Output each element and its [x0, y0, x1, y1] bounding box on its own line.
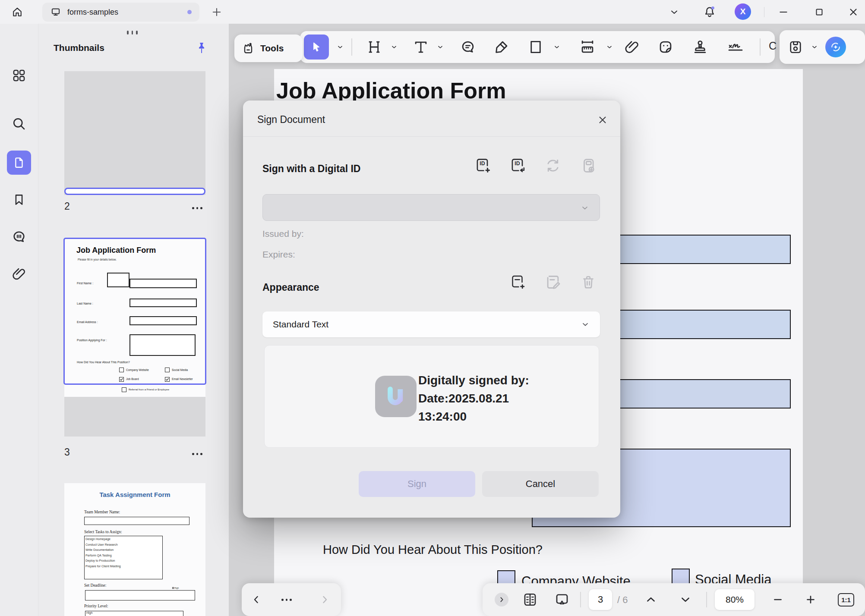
page2-menu-button[interactable]: [192, 207, 202, 209]
refresh-icon: [545, 157, 561, 174]
thumb4-task-item: Deploy to Producction: [85, 558, 161, 564]
page-layout-button[interactable]: [521, 590, 540, 609]
thumbnail-page-4[interactable]: Task Assignment Form Team Member Name: S…: [64, 483, 205, 616]
delete-appearance-button[interactable]: [578, 272, 598, 292]
thumb4-task-item: Perform QA Testing: [85, 553, 161, 559]
stamp-tool-button[interactable]: [690, 38, 710, 57]
measure-tool-dropdown[interactable]: [603, 41, 616, 53]
appearance-select[interactable]: Standard Text: [262, 311, 600, 337]
select-tool-button[interactable]: [304, 35, 329, 60]
chevron-down-icon: [606, 44, 613, 50]
back-button[interactable]: [248, 591, 265, 608]
highlighter-tool-button[interactable]: [491, 38, 512, 57]
heading-tool-button[interactable]: [364, 38, 385, 57]
sidebar-item-thumbnails[interactable]: [7, 151, 31, 175]
app-window: forms-samples X: [0, 0, 865, 616]
sidebar-item-apps[interactable]: [7, 63, 31, 88]
sign-document-dialog: Sign Document Sign with a Digital ID ID …: [243, 101, 620, 518]
chevron-down-icon: [553, 44, 560, 50]
thumb4-tasks-listbox: Design Homepage Conduct User Research Wr…: [84, 536, 163, 579]
presentation-icon: [554, 592, 570, 607]
chevron-up-icon: [645, 594, 657, 605]
text-tool-button[interactable]: [410, 38, 431, 57]
import-digital-id-button[interactable]: ID: [508, 156, 528, 176]
thumb4-task-item: Prepare for Client Meeting: [85, 564, 161, 569]
cancel-button[interactable]: Cancel: [482, 471, 599, 497]
sign-button[interactable]: Sign: [359, 471, 475, 497]
page3-menu-button[interactable]: [192, 453, 202, 455]
ai-assistant-button[interactable]: [825, 37, 846, 57]
save-dropdown[interactable]: [809, 41, 820, 53]
shape-tool-dropdown[interactable]: [550, 41, 563, 53]
actual-size-button[interactable]: 1:1: [835, 590, 857, 609]
measure-tool-button[interactable]: [577, 38, 598, 57]
create-appearance-button[interactable]: [508, 272, 528, 292]
new-tab-button[interactable]: [207, 4, 226, 20]
thumb3-subtitle: Please fill in your details below.: [78, 258, 117, 261]
export-id-button[interactable]: [578, 156, 598, 176]
zoom-out-button[interactable]: [768, 590, 787, 609]
page-number-input[interactable]: 3: [589, 589, 612, 610]
refresh-id-button[interactable]: [543, 156, 563, 176]
notifications-button[interactable]: [700, 4, 719, 20]
thumbnail-page-3-lower[interactable]: Referral from a Friend or Employee: [64, 385, 205, 397]
shape-tool-button[interactable]: [525, 38, 546, 57]
heading-tool-dropdown[interactable]: [388, 41, 401, 53]
presentation-button[interactable]: [552, 590, 571, 609]
thumbnail-page-3[interactable]: Job Application Form Please fill in your…: [63, 238, 206, 385]
text-tool-dropdown[interactable]: [434, 41, 447, 53]
document-tab[interactable]: forms-samples: [42, 3, 199, 22]
next-page-button[interactable]: [676, 590, 695, 609]
sidebar-item-bookmarks[interactable]: [7, 188, 31, 212]
thumb3-title: Job Application Form: [76, 246, 156, 255]
sidebar-item-swatches[interactable]: [7, 610, 31, 616]
chevron-right-icon: [319, 594, 330, 605]
thumb3-position-label: Position Applying For :: [77, 339, 107, 342]
thumb4-task-item: Design Homepage: [85, 537, 161, 542]
dialog-title: Sign Document: [257, 114, 325, 126]
sidebar-item-search[interactable]: [7, 112, 31, 136]
thumb4-member-box: [84, 517, 189, 525]
doc-question: How Did You Hear About This Position?: [323, 543, 543, 557]
attach-tool-button[interactable]: [622, 38, 642, 57]
page-total: / 6: [617, 594, 628, 606]
history-menu-button[interactable]: [281, 599, 292, 601]
tools-label: Tools: [260, 43, 284, 53]
collapse-bar-button[interactable]: [495, 593, 508, 607]
home-button[interactable]: [8, 4, 27, 20]
thumb3-social-label: Social Media: [172, 368, 188, 371]
chevron-left-icon: [251, 594, 262, 605]
thumb3-job-label: Job Board: [126, 377, 139, 380]
comment-tool-button[interactable]: [458, 38, 478, 57]
account-button[interactable]: X: [735, 3, 751, 20]
minimize-button[interactable]: [774, 4, 793, 20]
preview-line1: Digitally signed by:: [418, 371, 529, 390]
select-tool-dropdown[interactable]: [334, 41, 347, 53]
signature-tool-button[interactable]: [724, 38, 747, 57]
sticker-tool-button[interactable]: [655, 38, 676, 57]
zoom-in-button[interactable]: [801, 590, 820, 609]
signature-icon: [726, 39, 745, 55]
maximize-icon: [814, 7, 824, 17]
close-window-button[interactable]: [844, 4, 863, 20]
edit-appearance-button[interactable]: [543, 272, 563, 292]
thumbnail-page-2[interactable]: [64, 71, 205, 195]
text-icon: [413, 39, 429, 55]
sidebar-item-attachments[interactable]: [7, 262, 31, 286]
page2-field-pill: [64, 188, 205, 195]
panel-drag-handle[interactable]: [127, 31, 138, 35]
sidebar-item-comments[interactable]: [7, 225, 31, 249]
add-digital-id-button[interactable]: ID: [473, 156, 493, 176]
pin-panel-button[interactable]: [195, 41, 208, 56]
save-button[interactable]: [786, 37, 805, 57]
tools-button[interactable]: Tools: [234, 35, 303, 62]
titlebar-collapse-button[interactable]: [665, 4, 684, 20]
one-to-one-icon: 1:1: [838, 593, 854, 607]
digital-id-select[interactable]: [262, 194, 600, 221]
forward-button[interactable]: [316, 591, 333, 608]
thumb3-cb-referral: [122, 387, 126, 392]
dialog-close-button[interactable]: [594, 111, 612, 129]
previous-page-button[interactable]: [641, 590, 660, 609]
zoom-level-input[interactable]: 80%: [715, 589, 755, 610]
maximize-button[interactable]: [810, 4, 829, 20]
